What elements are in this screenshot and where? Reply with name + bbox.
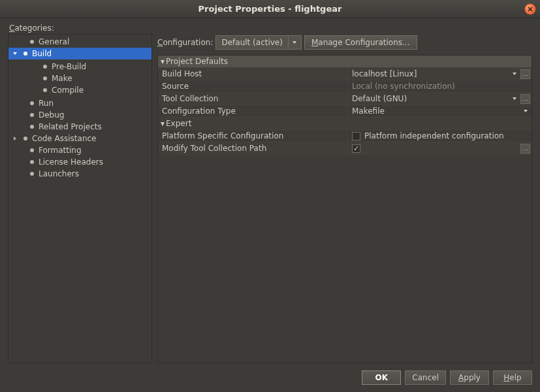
project-properties-window: Project Properties - flightgear Categori… [0, 0, 540, 392]
tree-item-formatting[interactable]: Formatting [8, 144, 151, 156]
titlebar: Project Properties - flightgear [0, 0, 540, 18]
configuration-label: Configuration: [157, 38, 213, 47]
ok-button[interactable]: OK [362, 370, 401, 385]
manage-configurations-button[interactable]: Manage Configurations... [304, 35, 417, 50]
ellipsis-button[interactable]: … [520, 69, 530, 79]
right-panel: Configuration: Default (active) Manage C… [157, 34, 532, 363]
chevron-right-icon[interactable] [10, 136, 20, 141]
close-icon[interactable] [524, 3, 536, 15]
tree-item-build[interactable]: Build [8, 48, 151, 59]
chevron-down-icon[interactable] [288, 36, 301, 49]
row-tool-collection[interactable]: Tool Collection Default (GNU) … [158, 93, 532, 105]
checkbox[interactable] [352, 132, 360, 140]
help-button[interactable]: Help [493, 370, 532, 385]
window-title: Project Properties - flightgear [199, 4, 342, 14]
tree-item-code-assistance[interactable]: Code Assistance [8, 133, 151, 144]
row-modify-tool-path[interactable]: Modify Tool Collection Path … [158, 142, 532, 155]
ellipsis-button[interactable]: … [520, 144, 530, 154]
chevron-down-icon: ▾ [158, 119, 166, 128]
ellipsis-button[interactable]: … [520, 94, 530, 104]
tree-item-general[interactable]: General [8, 36, 151, 48]
row-configuration-type[interactable]: Configuration Type Makefile [158, 105, 532, 118]
configuration-combo[interactable]: Default (active) [215, 35, 302, 50]
dialog-body: Categories: General Build Pre-Build Make [0, 18, 540, 363]
tree-item-make[interactable]: Make [8, 73, 151, 84]
row-source[interactable]: Source Local (no synchronization) [158, 80, 532, 93]
tree-item-license-headers[interactable]: License Headers [8, 156, 151, 168]
tree-item-compile[interactable]: Compile [8, 84, 151, 96]
chevron-down-icon[interactable] [10, 51, 20, 56]
row-platform-specific[interactable]: Platform Specific Configuration Platform… [158, 130, 532, 142]
categories-label: Categories: [9, 24, 532, 33]
chevron-down-icon[interactable] [510, 94, 519, 104]
tree-item-debug[interactable]: Debug [8, 109, 151, 121]
checkbox[interactable] [352, 144, 360, 153]
dialog-footer: OK Cancel Apply Help [0, 363, 540, 392]
row-build-host[interactable]: Build Host localhost [Linux] … [158, 68, 532, 80]
tree-item-launchers[interactable]: Launchers [8, 168, 151, 180]
property-sheet: ▾ Project Defaults Build Host localhost … [157, 55, 532, 363]
tree-item-prebuild[interactable]: Pre-Build [8, 61, 151, 73]
cancel-button[interactable]: Cancel [405, 370, 446, 385]
main-row: General Build Pre-Build Make Compile [8, 34, 532, 363]
chevron-down-icon[interactable] [521, 106, 530, 116]
section-expert[interactable]: ▾ Expert [158, 118, 532, 130]
section-project-defaults[interactable]: ▾ Project Defaults [158, 56, 532, 68]
tree-item-run[interactable]: Run [8, 97, 151, 109]
chevron-down-icon: ▾ [158, 57, 166, 66]
apply-button[interactable]: Apply [450, 370, 489, 385]
tree-item-related-projects[interactable]: Related Projects [8, 121, 151, 133]
configuration-bar: Configuration: Default (active) Manage C… [157, 35, 532, 50]
chevron-down-icon[interactable] [510, 69, 519, 79]
categories-tree[interactable]: General Build Pre-Build Make Compile [8, 34, 152, 363]
